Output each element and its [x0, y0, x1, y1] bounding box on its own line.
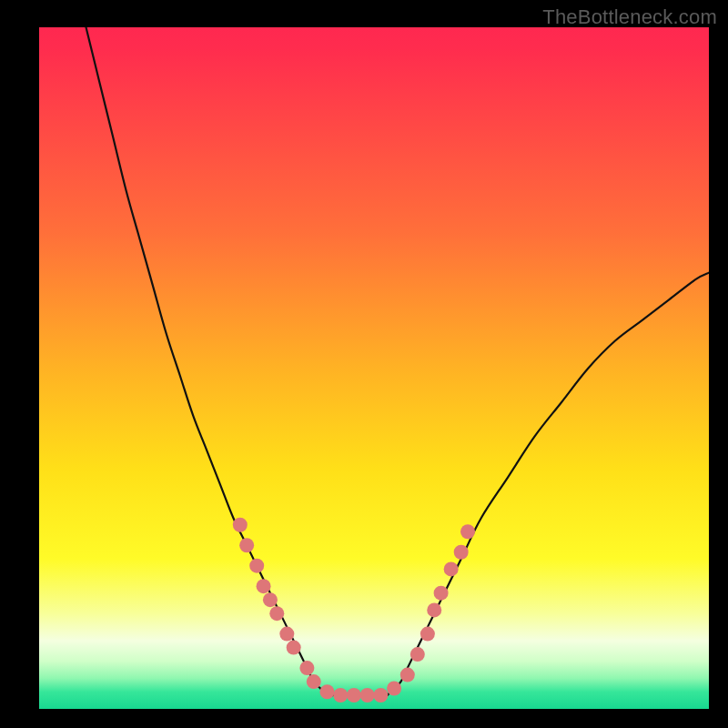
chart-frame: TheBottleneck.com	[0, 0, 728, 728]
marker-point	[400, 668, 415, 682]
marker-point	[333, 688, 348, 703]
marker-point	[444, 561, 459, 576]
bottleneck-chart	[0, 0, 728, 728]
marker-point	[420, 627, 435, 642]
marker-point	[460, 524, 475, 539]
marker-point	[233, 518, 248, 532]
marker-point	[434, 586, 449, 601]
marker-point	[454, 545, 469, 560]
marker-point	[299, 661, 314, 675]
marker-point	[319, 684, 334, 699]
marker-point	[257, 579, 271, 593]
marker-point	[249, 559, 264, 573]
marker-point	[410, 647, 425, 662]
marker-point	[263, 592, 278, 607]
marker-point	[373, 688, 388, 703]
marker-point	[279, 627, 294, 642]
marker-point	[360, 688, 375, 703]
gradient-background	[39, 27, 709, 709]
marker-point	[269, 606, 284, 621]
marker-point	[427, 602, 441, 617]
marker-point	[287, 641, 301, 655]
marker-point	[307, 674, 321, 689]
marker-point	[387, 682, 401, 696]
watermark-text: TheBottleneck.com	[542, 5, 717, 29]
marker-point	[239, 538, 254, 552]
marker-point	[347, 688, 361, 703]
